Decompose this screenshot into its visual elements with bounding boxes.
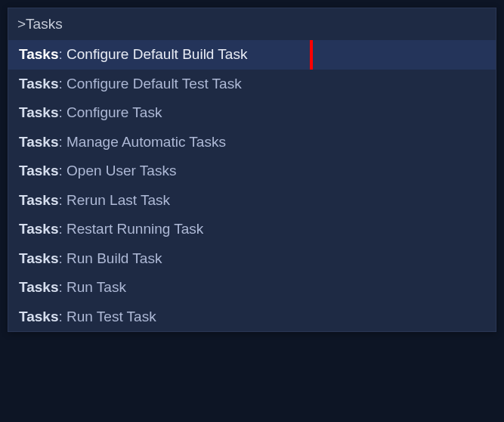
command-result-item[interactable]: Tasks: Manage Automatic Tasks	[8, 128, 496, 157]
result-category: Tasks	[19, 221, 58, 237]
result-label: Configure Default Build Task	[66, 46, 247, 62]
result-label: Restart Running Task	[66, 221, 203, 237]
result-category: Tasks	[19, 134, 58, 150]
result-label: Configure Default Test Task	[66, 76, 242, 92]
command-result-item[interactable]: Tasks: Run Task	[8, 273, 496, 303]
command-result-item[interactable]: Tasks: Run Test Task	[8, 303, 496, 332]
result-label: Open User Tasks	[66, 163, 176, 178]
result-category: Tasks	[19, 104, 58, 120]
result-category: Tasks	[19, 76, 58, 92]
result-category: Tasks	[19, 192, 58, 208]
result-category: Tasks	[19, 163, 58, 178]
result-category: Tasks	[19, 250, 58, 266]
result-label: Run Build Task	[66, 250, 162, 266]
command-result-item[interactable]: Tasks: Rerun Last Task	[8, 186, 496, 216]
result-label: Run Test Task	[66, 309, 156, 324]
command-results-list: Tasks: Configure Default Build TaskTasks…	[8, 40, 496, 331]
command-result-item[interactable]: Tasks: Configure Default Build Task	[8, 40, 496, 70]
result-category: Tasks	[19, 309, 58, 324]
command-result-item[interactable]: Tasks: Restart Running Task	[8, 215, 496, 244]
result-label: Manage Automatic Tasks	[66, 134, 226, 150]
command-result-item[interactable]: Tasks: Configure Default Test Task	[8, 70, 496, 99]
command-palette: Tasks: Configure Default Build TaskTasks…	[8, 8, 496, 332]
result-label: Run Task	[66, 279, 126, 295]
search-input-wrapper	[8, 8, 496, 40]
command-result-item[interactable]: Tasks: Open User Tasks	[8, 157, 496, 186]
result-label: Configure Task	[66, 104, 162, 120]
command-result-item[interactable]: Tasks: Run Build Task	[8, 244, 496, 274]
command-search-input[interactable]	[14, 13, 490, 36]
result-category: Tasks	[19, 279, 58, 295]
command-result-item[interactable]: Tasks: Configure Task	[8, 98, 496, 128]
result-category: Tasks	[19, 46, 58, 62]
result-label: Rerun Last Task	[66, 192, 170, 208]
